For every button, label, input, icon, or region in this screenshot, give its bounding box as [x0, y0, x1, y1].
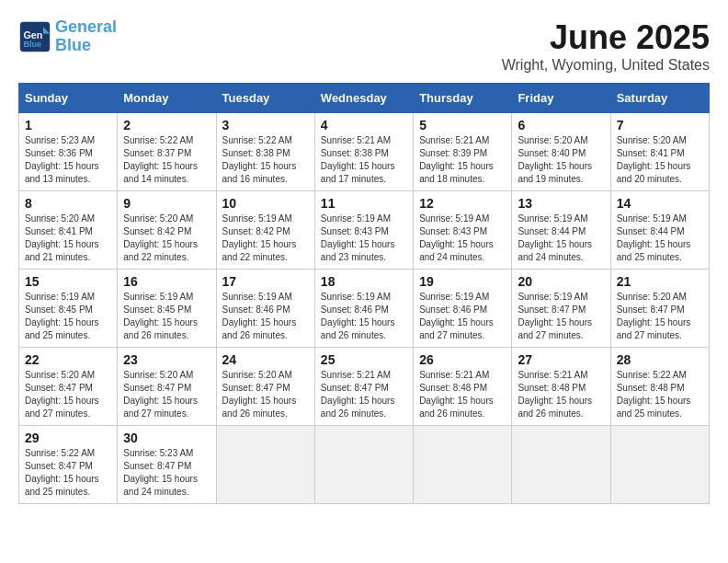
calendar-table: SundayMondayTuesdayWednesdayThursdayFrid…	[18, 83, 710, 504]
day-number: 21	[617, 274, 703, 289]
day-number: 1	[25, 118, 111, 132]
day-detail: Sunrise: 5:23 AMSunset: 8:36 PMDaylight:…	[25, 135, 99, 184]
calendar-cell: 26 Sunrise: 5:21 AMSunset: 8:48 PMDaylig…	[414, 348, 512, 426]
day-detail: Sunrise: 5:21 AMSunset: 8:47 PMDaylight:…	[321, 370, 395, 419]
calendar-cell	[314, 426, 413, 504]
day-detail: Sunrise: 5:21 AMSunset: 8:48 PMDaylight:…	[419, 370, 494, 419]
day-detail: Sunrise: 5:19 AMSunset: 8:42 PMDaylight:…	[222, 213, 297, 262]
day-number: 10	[222, 196, 309, 211]
day-detail: Sunrise: 5:20 AMSunset: 8:47 PMDaylight:…	[617, 292, 691, 340]
calendar-cell: 12 Sunrise: 5:19 AMSunset: 8:43 PMDaylig…	[414, 191, 512, 270]
day-detail: Sunrise: 5:19 AMSunset: 8:47 PMDaylight:…	[518, 292, 592, 340]
day-number: 13	[518, 196, 604, 211]
calendar-cell: 15 Sunrise: 5:19 AMSunset: 8:45 PMDaylig…	[19, 270, 118, 348]
calendar-cell: 17 Sunrise: 5:19 AMSunset: 8:46 PMDaylig…	[216, 270, 314, 348]
calendar-cell	[512, 426, 610, 504]
calendar-cell: 14 Sunrise: 5:19 AMSunset: 8:44 PMDaylig…	[610, 191, 709, 270]
day-detail: Sunrise: 5:20 AMSunset: 8:40 PMDaylight:…	[518, 135, 592, 184]
weekday-header-tuesday: Tuesday	[216, 84, 314, 113]
calendar-cell: 23 Sunrise: 5:20 AMSunset: 8:47 PMDaylig…	[118, 348, 216, 426]
weekday-header-thursday: Thursday	[414, 84, 512, 113]
title-area: June 2025 Wright, Wyoming, United States	[502, 18, 710, 74]
day-detail: Sunrise: 5:19 AMSunset: 8:43 PMDaylight:…	[419, 213, 494, 262]
day-detail: Sunrise: 5:20 AMSunset: 8:41 PMDaylight:…	[25, 213, 99, 262]
logo-icon: Gen Blue	[18, 20, 51, 53]
day-number: 27	[518, 352, 604, 367]
calendar-cell: 2 Sunrise: 5:22 AMSunset: 8:37 PMDayligh…	[118, 113, 216, 191]
calendar-cell: 29 Sunrise: 5:22 AMSunset: 8:47 PMDaylig…	[19, 426, 118, 504]
day-detail: Sunrise: 5:19 AMSunset: 8:45 PMDaylight:…	[123, 292, 198, 340]
calendar-week-row: 1 Sunrise: 5:23 AMSunset: 8:36 PMDayligh…	[19, 113, 710, 191]
day-number: 19	[419, 274, 506, 289]
calendar-cell: 9 Sunrise: 5:20 AMSunset: 8:42 PMDayligh…	[118, 191, 216, 270]
calendar-cell	[610, 426, 709, 504]
day-detail: Sunrise: 5:20 AMSunset: 8:41 PMDaylight:…	[617, 135, 691, 184]
day-detail: Sunrise: 5:20 AMSunset: 8:42 PMDaylight:…	[123, 213, 198, 262]
day-detail: Sunrise: 5:20 AMSunset: 8:47 PMDaylight:…	[222, 370, 297, 419]
day-number: 22	[25, 352, 111, 367]
calendar-cell: 8 Sunrise: 5:20 AMSunset: 8:41 PMDayligh…	[19, 191, 118, 270]
weekday-header-monday: Monday	[118, 84, 216, 113]
calendar-cell: 25 Sunrise: 5:21 AMSunset: 8:47 PMDaylig…	[314, 348, 413, 426]
day-number: 20	[518, 274, 604, 289]
weekday-header-sunday: Sunday	[19, 84, 118, 113]
calendar-cell: 27 Sunrise: 5:21 AMSunset: 8:48 PMDaylig…	[512, 348, 610, 426]
day-number: 6	[518, 118, 604, 132]
calendar-cell: 10 Sunrise: 5:19 AMSunset: 8:42 PMDaylig…	[216, 191, 314, 270]
calendar-cell: 30 Sunrise: 5:23 AMSunset: 8:47 PMDaylig…	[118, 426, 216, 504]
calendar-cell: 22 Sunrise: 5:20 AMSunset: 8:47 PMDaylig…	[19, 348, 118, 426]
calendar-cell: 11 Sunrise: 5:19 AMSunset: 8:43 PMDaylig…	[314, 191, 413, 270]
weekday-header-row: SundayMondayTuesdayWednesdayThursdayFrid…	[19, 84, 710, 113]
calendar-cell: 5 Sunrise: 5:21 AMSunset: 8:39 PMDayligh…	[414, 113, 512, 191]
weekday-header-friday: Friday	[512, 84, 610, 113]
day-number: 12	[419, 196, 506, 211]
calendar-cell: 4 Sunrise: 5:21 AMSunset: 8:38 PMDayligh…	[314, 113, 413, 191]
day-number: 5	[419, 118, 506, 132]
day-detail: Sunrise: 5:22 AMSunset: 8:38 PMDaylight:…	[222, 135, 297, 184]
day-number: 25	[321, 352, 407, 367]
day-number: 28	[617, 352, 703, 367]
day-number: 26	[419, 352, 506, 367]
day-detail: Sunrise: 5:23 AMSunset: 8:47 PMDaylight:…	[123, 448, 198, 497]
day-number: 18	[321, 274, 407, 289]
calendar-week-row: 15 Sunrise: 5:19 AMSunset: 8:45 PMDaylig…	[19, 270, 710, 348]
day-detail: Sunrise: 5:19 AMSunset: 8:46 PMDaylight:…	[419, 292, 494, 340]
day-number: 4	[321, 118, 407, 132]
day-number: 17	[222, 274, 309, 289]
day-number: 2	[123, 118, 210, 132]
day-detail: Sunrise: 5:20 AMSunset: 8:47 PMDaylight:…	[25, 370, 99, 419]
calendar-cell	[414, 426, 512, 504]
day-number: 15	[25, 274, 111, 289]
day-detail: Sunrise: 5:21 AMSunset: 8:39 PMDaylight:…	[419, 135, 494, 184]
day-detail: Sunrise: 5:20 AMSunset: 8:47 PMDaylight:…	[123, 370, 198, 419]
day-detail: Sunrise: 5:19 AMSunset: 8:43 PMDaylight:…	[321, 213, 395, 262]
calendar-cell: 28 Sunrise: 5:22 AMSunset: 8:48 PMDaylig…	[610, 348, 709, 426]
svg-text:Blue: Blue	[23, 40, 41, 49]
calendar-cell: 20 Sunrise: 5:19 AMSunset: 8:47 PMDaylig…	[512, 270, 610, 348]
location-title: Wright, Wyoming, United States	[502, 57, 710, 74]
day-number: 3	[222, 118, 309, 132]
calendar-cell: 13 Sunrise: 5:19 AMSunset: 8:44 PMDaylig…	[512, 191, 610, 270]
header: Gen Blue GeneralBlue June 2025 Wright, W…	[18, 18, 710, 74]
calendar-week-row: 8 Sunrise: 5:20 AMSunset: 8:41 PMDayligh…	[19, 191, 710, 270]
weekday-header-wednesday: Wednesday	[314, 84, 413, 113]
day-detail: Sunrise: 5:19 AMSunset: 8:46 PMDaylight:…	[321, 292, 395, 340]
calendar-cell	[216, 426, 314, 504]
day-number: 14	[617, 196, 703, 211]
calendar-cell: 1 Sunrise: 5:23 AMSunset: 8:36 PMDayligh…	[19, 113, 118, 191]
calendar-cell: 7 Sunrise: 5:20 AMSunset: 8:41 PMDayligh…	[610, 113, 709, 191]
calendar-week-row: 22 Sunrise: 5:20 AMSunset: 8:47 PMDaylig…	[19, 348, 710, 426]
calendar-cell: 18 Sunrise: 5:19 AMSunset: 8:46 PMDaylig…	[314, 270, 413, 348]
calendar-cell: 16 Sunrise: 5:19 AMSunset: 8:45 PMDaylig…	[118, 270, 216, 348]
calendar-cell: 21 Sunrise: 5:20 AMSunset: 8:47 PMDaylig…	[610, 270, 709, 348]
day-detail: Sunrise: 5:19 AMSunset: 8:46 PMDaylight:…	[222, 292, 297, 340]
calendar-week-row: 29 Sunrise: 5:22 AMSunset: 8:47 PMDaylig…	[19, 426, 710, 504]
calendar-cell: 19 Sunrise: 5:19 AMSunset: 8:46 PMDaylig…	[414, 270, 512, 348]
day-detail: Sunrise: 5:19 AMSunset: 8:45 PMDaylight:…	[25, 292, 99, 340]
day-number: 11	[321, 196, 407, 211]
day-number: 23	[123, 352, 210, 367]
day-detail: Sunrise: 5:21 AMSunset: 8:38 PMDaylight:…	[321, 135, 395, 184]
day-detail: Sunrise: 5:21 AMSunset: 8:48 PMDaylight:…	[518, 370, 592, 419]
day-number: 8	[25, 196, 111, 211]
calendar-cell: 6 Sunrise: 5:20 AMSunset: 8:40 PMDayligh…	[512, 113, 610, 191]
